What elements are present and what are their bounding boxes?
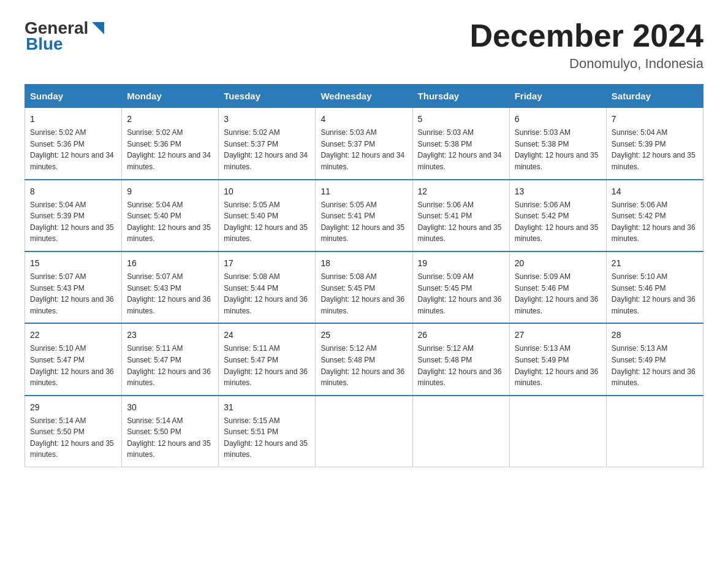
- day-number: 15: [30, 257, 116, 270]
- day-info: Sunrise: 5:05 AMSunset: 5:41 PMDaylight:…: [320, 199, 407, 245]
- calendar-day-cell: 12 Sunrise: 5:06 AMSunset: 5:41 PMDaylig…: [412, 180, 509, 251]
- day-info: Sunrise: 5:09 AMSunset: 5:46 PMDaylight:…: [515, 271, 601, 316]
- calendar-day-cell: 22 Sunrise: 5:10 AMSunset: 5:47 PMDaylig…: [25, 323, 122, 395]
- day-info: Sunrise: 5:12 AMSunset: 5:48 PMDaylight:…: [418, 343, 504, 388]
- calendar-day-cell: [316, 396, 412, 467]
- calendar-table: SundayMondayTuesdayWednesdayThursdayFrid…: [25, 84, 703, 467]
- day-info: Sunrise: 5:14 AMSunset: 5:50 PMDaylight:…: [127, 415, 213, 461]
- calendar-day-cell: 20 Sunrise: 5:09 AMSunset: 5:46 PMDaylig…: [509, 251, 606, 323]
- calendar-day-cell: [606, 396, 703, 467]
- calendar-day-cell: 14 Sunrise: 5:06 AMSunset: 5:42 PMDaylig…: [606, 180, 703, 251]
- calendar-day-cell: 8 Sunrise: 5:04 AMSunset: 5:39 PMDayligh…: [25, 180, 122, 251]
- day-number: 27: [515, 329, 601, 342]
- day-info: Sunrise: 5:02 AMSunset: 5:36 PMDaylight:…: [30, 127, 116, 172]
- day-of-week-header: Thursday: [412, 85, 509, 108]
- day-number: 14: [612, 185, 698, 198]
- calendar-day-cell: 1 Sunrise: 5:02 AMSunset: 5:36 PMDayligh…: [25, 108, 122, 180]
- day-info: Sunrise: 5:02 AMSunset: 5:36 PMDaylight:…: [127, 127, 213, 172]
- calendar-week-row: 8 Sunrise: 5:04 AMSunset: 5:39 PMDayligh…: [25, 180, 703, 251]
- calendar-day-cell: 30 Sunrise: 5:14 AMSunset: 5:50 PMDaylig…: [122, 396, 219, 467]
- day-number: 11: [320, 185, 407, 198]
- day-number: 26: [418, 329, 504, 342]
- day-number: 18: [320, 257, 407, 270]
- calendar-day-cell: 11 Sunrise: 5:05 AMSunset: 5:41 PMDaylig…: [316, 180, 412, 251]
- svg-marker-0: [92, 22, 104, 34]
- day-number: 1: [30, 113, 116, 126]
- day-info: Sunrise: 5:04 AMSunset: 5:40 PMDaylight:…: [127, 199, 213, 245]
- calendar-day-cell: [412, 396, 509, 467]
- day-number: 7: [612, 113, 698, 126]
- day-of-week-header: Tuesday: [219, 85, 316, 108]
- day-number: 22: [30, 329, 116, 342]
- day-info: Sunrise: 5:03 AMSunset: 5:38 PMDaylight:…: [515, 127, 601, 172]
- day-info: Sunrise: 5:10 AMSunset: 5:46 PMDaylight:…: [612, 271, 698, 316]
- day-number: 5: [418, 113, 504, 126]
- day-number: 16: [127, 257, 213, 270]
- day-of-week-header: Wednesday: [316, 85, 412, 108]
- day-info: Sunrise: 5:06 AMSunset: 5:41 PMDaylight:…: [418, 199, 504, 245]
- day-info: Sunrise: 5:15 AMSunset: 5:51 PMDaylight:…: [224, 415, 310, 461]
- day-info: Sunrise: 5:07 AMSunset: 5:43 PMDaylight:…: [127, 271, 213, 316]
- calendar-day-cell: 7 Sunrise: 5:04 AMSunset: 5:39 PMDayligh…: [606, 108, 703, 180]
- day-number: 31: [224, 401, 310, 414]
- day-number: 20: [515, 257, 601, 270]
- day-info: Sunrise: 5:14 AMSunset: 5:50 PMDaylight:…: [30, 415, 116, 461]
- calendar-day-cell: 23 Sunrise: 5:11 AMSunset: 5:47 PMDaylig…: [122, 323, 219, 395]
- calendar-subtitle: Donomulyo, Indonesia: [469, 56, 703, 72]
- calendar-day-cell: 10 Sunrise: 5:05 AMSunset: 5:40 PMDaylig…: [219, 180, 316, 251]
- day-info: Sunrise: 5:07 AMSunset: 5:43 PMDaylight:…: [30, 271, 116, 316]
- day-info: Sunrise: 5:13 AMSunset: 5:49 PMDaylight:…: [612, 343, 698, 388]
- calendar-week-row: 29 Sunrise: 5:14 AMSunset: 5:50 PMDaylig…: [25, 396, 703, 467]
- day-number: 25: [320, 329, 407, 342]
- day-of-week-header: Sunday: [25, 85, 122, 108]
- calendar-day-cell: 4 Sunrise: 5:03 AMSunset: 5:37 PMDayligh…: [316, 108, 412, 180]
- day-number: 3: [224, 113, 310, 126]
- calendar-week-row: 22 Sunrise: 5:10 AMSunset: 5:47 PMDaylig…: [25, 323, 703, 395]
- day-info: Sunrise: 5:03 AMSunset: 5:38 PMDaylight:…: [418, 127, 504, 172]
- day-info: Sunrise: 5:11 AMSunset: 5:47 PMDaylight:…: [127, 343, 213, 388]
- day-info: Sunrise: 5:06 AMSunset: 5:42 PMDaylight:…: [612, 199, 698, 245]
- day-number: 24: [224, 329, 310, 342]
- calendar-day-cell: 2 Sunrise: 5:02 AMSunset: 5:36 PMDayligh…: [122, 108, 219, 180]
- page-header: General Blue December 2024 Donomulyo, In…: [25, 18, 703, 72]
- calendar-day-cell: 15 Sunrise: 5:07 AMSunset: 5:43 PMDaylig…: [25, 251, 122, 323]
- calendar-day-cell: 16 Sunrise: 5:07 AMSunset: 5:43 PMDaylig…: [122, 251, 219, 323]
- logo: General Blue: [25, 18, 107, 54]
- day-of-week-header: Monday: [122, 85, 219, 108]
- title-block: December 2024 Donomulyo, Indonesia: [469, 18, 703, 72]
- day-number: 10: [224, 185, 310, 198]
- day-info: Sunrise: 5:10 AMSunset: 5:47 PMDaylight:…: [30, 343, 116, 388]
- day-of-week-header: Saturday: [606, 85, 703, 108]
- day-info: Sunrise: 5:02 AMSunset: 5:37 PMDaylight:…: [224, 127, 310, 172]
- calendar-week-row: 1 Sunrise: 5:02 AMSunset: 5:36 PMDayligh…: [25, 108, 703, 180]
- calendar-day-cell: 31 Sunrise: 5:15 AMSunset: 5:51 PMDaylig…: [219, 396, 316, 467]
- day-number: 29: [30, 401, 116, 414]
- day-info: Sunrise: 5:04 AMSunset: 5:39 PMDaylight:…: [30, 199, 116, 245]
- day-number: 28: [612, 329, 698, 342]
- calendar-day-cell: 3 Sunrise: 5:02 AMSunset: 5:37 PMDayligh…: [219, 108, 316, 180]
- calendar-day-cell: 9 Sunrise: 5:04 AMSunset: 5:40 PMDayligh…: [122, 180, 219, 251]
- day-number: 8: [30, 185, 116, 198]
- day-info: Sunrise: 5:04 AMSunset: 5:39 PMDaylight:…: [612, 127, 698, 172]
- day-info: Sunrise: 5:11 AMSunset: 5:47 PMDaylight:…: [224, 343, 310, 388]
- day-info: Sunrise: 5:12 AMSunset: 5:48 PMDaylight:…: [320, 343, 407, 388]
- day-info: Sunrise: 5:08 AMSunset: 5:44 PMDaylight:…: [224, 271, 310, 316]
- day-of-week-header: Friday: [509, 85, 606, 108]
- day-number: 30: [127, 401, 213, 414]
- logo-text-blue: Blue: [26, 34, 63, 54]
- day-number: 19: [418, 257, 504, 270]
- day-number: 21: [612, 257, 698, 270]
- day-number: 4: [320, 113, 407, 126]
- day-info: Sunrise: 5:08 AMSunset: 5:45 PMDaylight:…: [320, 271, 407, 316]
- calendar-title: December 2024: [469, 18, 703, 53]
- logo-triangle-icon: [89, 20, 107, 37]
- day-number: 13: [515, 185, 601, 198]
- calendar-header-row: SundayMondayTuesdayWednesdayThursdayFrid…: [25, 85, 703, 108]
- calendar-day-cell: 27 Sunrise: 5:13 AMSunset: 5:49 PMDaylig…: [509, 323, 606, 395]
- calendar-day-cell: 28 Sunrise: 5:13 AMSunset: 5:49 PMDaylig…: [606, 323, 703, 395]
- day-number: 17: [224, 257, 310, 270]
- calendar-day-cell: 26 Sunrise: 5:12 AMSunset: 5:48 PMDaylig…: [412, 323, 509, 395]
- calendar-week-row: 15 Sunrise: 5:07 AMSunset: 5:43 PMDaylig…: [25, 251, 703, 323]
- calendar-day-cell: 29 Sunrise: 5:14 AMSunset: 5:50 PMDaylig…: [25, 396, 122, 467]
- day-info: Sunrise: 5:13 AMSunset: 5:49 PMDaylight:…: [515, 343, 601, 388]
